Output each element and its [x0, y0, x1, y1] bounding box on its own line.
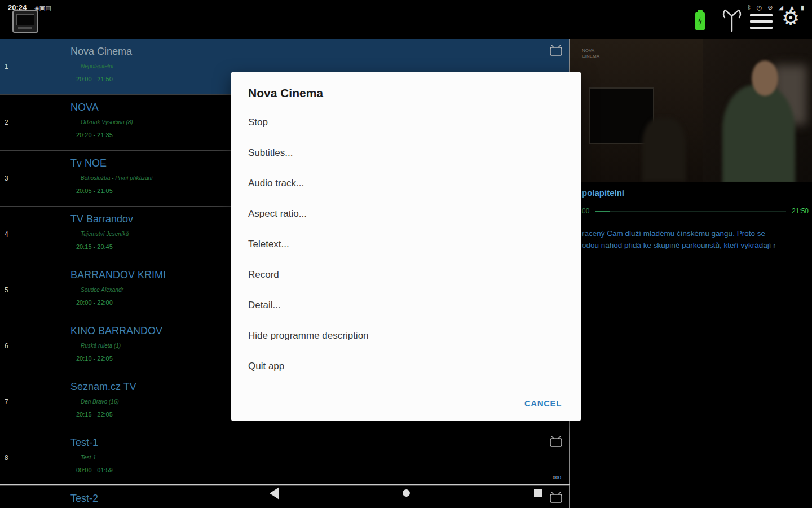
bluetooth-icon: ᛒ — [747, 4, 751, 11]
channel-name: Nova Cinema — [70, 46, 132, 58]
progress-bar[interactable] — [595, 211, 786, 212]
tv-icon — [549, 436, 563, 450]
now-playing-panel: NOVA CINEMA polapitelní 00 21:50 racený … — [570, 39, 812, 508]
alarm-icon: ◷ — [757, 4, 762, 11]
programme-time: 20:00 - 22:00 — [76, 299, 166, 306]
video-preview[interactable]: NOVA CINEMA — [570, 39, 812, 182]
dialog-item-aspect-ratio[interactable]: Aspect ratio... — [231, 199, 581, 229]
end-time-label: 21:50 — [792, 207, 809, 215]
channel-number: 8 — [5, 454, 8, 462]
programme-time: 20:00 - 21:50 — [76, 76, 132, 82]
antenna-signal-icon[interactable] — [722, 8, 742, 34]
record-dot-icon[interactable] — [403, 489, 410, 497]
programme-time: 20:10 - 22:05 — [76, 355, 162, 362]
channel-options-dialog: Nova Cinema StopSubtitles...Audio track.… — [231, 72, 581, 421]
channel-number: 3 — [5, 174, 8, 182]
programme-time: 20:15 - 22:05 — [76, 411, 136, 418]
dialog-item-quit-app[interactable]: Quit app — [231, 351, 581, 382]
channel-number: 2 — [5, 119, 8, 126]
programme-time: 20:05 - 21:05 — [76, 187, 153, 194]
dialog-item-hide-programme-description[interactable]: Hide programme description — [231, 321, 581, 351]
programme-subtitle: Nepolapitelní — [81, 63, 132, 70]
description-line: odou náhod přidá ke skupině parkouristů,… — [582, 239, 801, 251]
rewind-icon[interactable] — [270, 487, 279, 500]
dialog-title: Nova Cinema — [231, 85, 581, 102]
channel-number: 5 — [5, 286, 8, 294]
menu-icon[interactable] — [750, 14, 773, 33]
programme-subtitle: Den Bravo (16) — [81, 398, 136, 405]
channel-name: NOVA — [70, 102, 133, 113]
video-scene-figure-right — [722, 85, 795, 182]
battery-status-icon — [695, 12, 705, 30]
channel-name: TV Barrandov — [70, 213, 133, 225]
programme-time: 20:15 - 20:45 — [76, 243, 133, 250]
channel-name: Tv NOE — [70, 157, 153, 169]
channel-watermark: NOVA CINEMA — [582, 48, 599, 59]
description-line: racený Cam dluží mladému čínskému gangu.… — [582, 227, 801, 239]
programme-subtitle: Tajemství Jeseníků — [81, 231, 133, 238]
app-logo — [12, 10, 38, 33]
status-bar: 20:24 ◈▣▤ ᛒ◷⊘◢▲▮ — [0, 0, 812, 15]
cancel-button[interactable]: CANCEL — [524, 398, 562, 408]
programme-subtitle: Soudce Alexandr — [81, 287, 166, 294]
programme-time: 20:20 - 21:35 — [76, 132, 133, 138]
battery-status-small-icon: ▮ — [801, 4, 804, 11]
channel-number: 7 — [5, 398, 8, 406]
programme-title: polapitelní — [582, 188, 812, 198]
video-scene-figure-left — [642, 117, 686, 182]
programme-description: racený Cam dluží mladému čínskému gangu.… — [582, 227, 801, 251]
dialog-menu: StopSubtitles...Audio track...Aspect rat… — [231, 107, 581, 382]
data-saver-icon: ⊘ — [767, 4, 773, 11]
dialog-item-record[interactable]: Record — [231, 260, 581, 290]
programme-time: 00:00 - 01:59 — [76, 467, 113, 474]
settings-gear-icon[interactable]: ⚙ — [782, 7, 800, 29]
channel-number: 1 — [5, 63, 8, 71]
channel-name: Test-1 — [70, 437, 113, 449]
sd-card-icon: ▣ — [39, 5, 45, 11]
video-scene-face — [752, 60, 778, 96]
programme-progress: 00 21:50 — [570, 207, 812, 215]
dialog-item-stop[interactable]: Stop — [231, 107, 581, 138]
programme-subtitle: Test-1 — [81, 454, 113, 461]
channel-number: 4 — [5, 230, 8, 238]
channel-name: KINO BARRANDOV — [70, 325, 162, 337]
start-time-label: 00 — [582, 207, 589, 215]
channel-name: Seznam.cz TV — [70, 381, 136, 393]
dialog-item-detail[interactable]: Detail... — [231, 290, 581, 321]
programme-subtitle: Odznak Vysočina (8) — [81, 119, 133, 126]
dialog-item-audio-track[interactable]: Audio track... — [231, 168, 581, 199]
sim-card-icon: ▤ — [45, 5, 51, 11]
dialog-item-teletext[interactable]: Teletext... — [231, 229, 581, 260]
tv-icon — [549, 45, 563, 59]
stop-icon[interactable] — [534, 489, 542, 497]
media-controls — [0, 485, 570, 508]
channel-name: BARRANDOV KRIMI — [70, 269, 166, 281]
channel-row[interactable]: 8 Test-1 Test-1 00:00 - 01:59 — [0, 430, 569, 486]
programme-subtitle: Bohoslužba - První přikázání — [81, 175, 153, 182]
dialog-item-subtitles[interactable]: Subtitles... — [231, 138, 581, 168]
progress-fill — [595, 211, 610, 212]
channel-number: 6 — [5, 342, 8, 350]
counter-badge: 000 — [553, 475, 561, 480]
programme-subtitle: Ruská ruleta (1) — [81, 343, 162, 349]
bottom-separator — [0, 484, 570, 485]
